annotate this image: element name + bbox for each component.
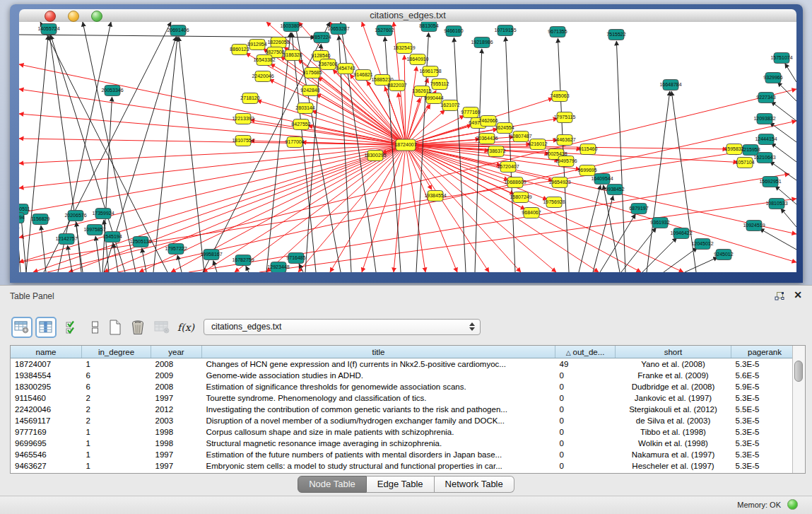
graph-node[interactable]: 9716485 <box>286 253 305 264</box>
graph-node[interactable]: 9699695 <box>577 165 596 176</box>
graph-node[interactable]: 16782759 <box>232 255 254 266</box>
graph-node[interactable]: 19218986 <box>471 37 493 48</box>
trash-button[interactable] <box>127 317 148 338</box>
row-height-button[interactable] <box>85 317 106 338</box>
graph-node[interactable]: 19756928 <box>543 197 565 208</box>
graph-node[interactable]: 9329966 <box>763 73 782 83</box>
graph-node[interactable]: 20053346 <box>101 86 123 96</box>
graph-node[interactable]: 12045012 <box>691 239 713 250</box>
graph-node[interactable]: 9466160 <box>444 26 463 37</box>
table-row[interactable]: 2242004622012Investigating the contribut… <box>11 404 806 415</box>
tab-edge-table[interactable]: Edge Table <box>367 476 435 493</box>
graph-node[interactable]: 10719155 <box>494 25 516 36</box>
graph-node[interactable]: 12444154 <box>755 134 777 145</box>
graph-node[interactable]: 1545194 <box>102 232 122 243</box>
graph-node[interactable]: 19495796 <box>555 156 577 167</box>
graph-node[interactable]: 10975857 <box>83 225 105 235</box>
graph-node[interactable]: 17975115 <box>554 112 576 123</box>
graph-node[interactable]: 9990444 <box>424 93 443 104</box>
graph-node[interactable]: 12093832 <box>753 114 775 124</box>
graph-node[interactable]: 7955112 <box>430 79 449 90</box>
graph-node[interactable]: 9671355 <box>548 27 567 37</box>
graph-node[interactable]: 19654923 <box>548 177 570 188</box>
table-row[interactable]: 1938455462009Genome-wide association stu… <box>11 370 806 381</box>
table-settings-button[interactable] <box>11 317 33 338</box>
graph-node[interactable]: 18300295 <box>364 151 386 161</box>
graph-node[interactable]: 9361932 <box>650 218 669 228</box>
graph-node[interactable]: 15807249 <box>510 192 531 203</box>
graph-node[interactable]: 9684067 <box>522 208 541 218</box>
graph-node[interactable]: 17359924 <box>92 209 114 219</box>
graph-node[interactable]: 12142757 <box>55 234 77 245</box>
column-header-name[interactable]: name <box>11 346 82 358</box>
graph-node[interactable]: 8860123 <box>230 45 249 55</box>
table-row[interactable]: 946362711997Embryonic stem cells: a mode… <box>11 460 806 472</box>
graph-node[interactable]: 7462666 <box>478 116 498 127</box>
minimize-window-button[interactable] <box>68 11 79 22</box>
graph-node[interactable]: 6216012 <box>528 139 547 150</box>
tab-network-table[interactable]: Network Table <box>435 476 514 493</box>
graph-node[interactable]: 8813054 <box>419 22 438 32</box>
delete-table-button[interactable] <box>151 317 172 338</box>
zoom-window-button[interactable] <box>91 11 102 22</box>
graph-node[interactable]: 19384554 <box>424 191 446 201</box>
table-scrollbar[interactable] <box>792 346 805 473</box>
column-header-short[interactable]: short <box>616 346 731 358</box>
graph-node[interactable]: 20364436 <box>476 134 498 144</box>
graph-node[interactable]: 22420046 <box>252 71 273 82</box>
graph-node[interactable]: 7515522 <box>606 30 625 40</box>
graph-node[interactable]: 7857224 <box>312 33 331 43</box>
graph-node[interactable]: 1595832 <box>724 144 743 155</box>
graph-node[interactable]: 18107554 <box>232 136 254 146</box>
graph-node[interactable]: 9245012 <box>714 250 733 260</box>
table-row[interactable]: 911546021997Tourette syndrome. Phenomeno… <box>11 392 806 404</box>
graph-node[interactable]: 2718120 <box>240 93 259 104</box>
close-panel-icon[interactable]: ✕ <box>794 289 802 300</box>
table-row[interactable]: 977716911998Corpus callosum shape and si… <box>11 426 806 438</box>
graph-node[interactable]: 9177004 <box>285 137 304 148</box>
graph-node[interactable]: 3624554 <box>495 123 514 134</box>
graph-node[interactable]: 16033809 <box>280 22 302 32</box>
tab-node-table[interactable]: Node Table <box>298 476 367 493</box>
graph-node[interactable]: 19958167 <box>200 250 222 260</box>
graph-node[interactable]: 939194 <box>19 213 25 223</box>
graph-node[interactable]: 1527602 <box>375 25 394 36</box>
graph-node[interactable]: 12505135 <box>129 237 151 247</box>
graph-node[interactable]: 16543382 <box>253 55 275 66</box>
graph-node[interactable]: 9938452 <box>605 185 624 195</box>
graph-node[interactable]: 8912954 <box>247 40 266 50</box>
graph-node[interactable]: 10807487 <box>510 132 531 142</box>
graph-node[interactable]: 20206576 <box>64 211 86 221</box>
graph-node[interactable]: 8822037 <box>387 81 406 91</box>
graph-node[interactable]: 8186328 <box>283 50 302 61</box>
select-mode-button[interactable] <box>62 317 83 338</box>
graph-node[interactable]: 15692951 <box>759 177 781 187</box>
graph-node[interactable]: 16648784 <box>659 80 681 90</box>
column-header-year[interactable]: year <box>151 346 202 358</box>
graph-node[interactable]: 15720407 <box>497 162 519 173</box>
graph-node[interactable]: 7386372 <box>486 146 505 157</box>
float-panel-icon[interactable] <box>774 291 785 302</box>
graph-node[interactable]: 6879197 <box>629 204 648 214</box>
graph-node[interactable]: 8427552 <box>291 119 310 130</box>
graph-node[interactable]: 1156829 <box>31 214 50 225</box>
table-selector-dropdown[interactable]: citations_edges.txt <box>204 319 481 335</box>
graph-node[interactable]: 16210643 <box>753 153 775 163</box>
graph-node[interactable]: 1621072 <box>440 100 459 111</box>
graph-node[interactable]: 2803144 <box>295 103 314 114</box>
graph-node[interactable]: 18325419 <box>393 43 415 54</box>
graph-node[interactable]: 18640910 <box>406 54 428 65</box>
table-scrollbar-thumb[interactable] <box>794 361 803 382</box>
graph-node[interactable]: 2367608 <box>318 59 337 70</box>
graph-node[interactable]: 9777169 <box>461 107 480 118</box>
column-header-in-degree[interactable]: in_degree <box>82 346 151 358</box>
graph-node[interactable]: 10688609 <box>504 177 526 188</box>
new-document-button[interactable] <box>105 317 126 338</box>
column-header-title[interactable]: title <box>202 346 555 358</box>
table-row[interactable]: 946554611997Estimation of the future num… <box>11 449 806 460</box>
column-visibility-button[interactable] <box>35 317 57 338</box>
graph-hub-node[interactable]: 18724007 <box>394 139 416 151</box>
graph-node[interactable]: 14463627 <box>553 135 575 146</box>
graph-node[interactable]: 9146821 <box>353 70 372 81</box>
graph-node[interactable]: 12213393 <box>232 114 254 124</box>
